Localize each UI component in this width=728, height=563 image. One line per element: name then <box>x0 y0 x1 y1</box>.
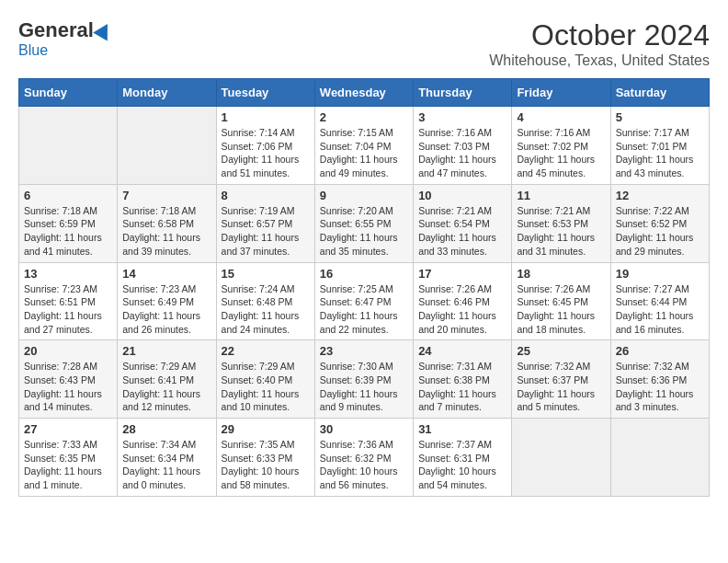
calendar-cell <box>610 419 709 497</box>
page-subtitle: Whitehouse, Texas, United States <box>489 52 710 69</box>
calendar-cell: 3Sunrise: 7:16 AMSunset: 7:03 PMDaylight… <box>414 107 512 185</box>
calendar-cell: 4Sunrise: 7:16 AMSunset: 7:02 PMDaylight… <box>512 107 610 185</box>
day-info: Sunrise: 7:19 AMSunset: 6:57 PMDaylight:… <box>222 204 310 259</box>
calendar-cell: 18Sunrise: 7:26 AMSunset: 6:45 PMDayligh… <box>512 262 610 340</box>
day-info: Sunrise: 7:23 AMSunset: 6:51 PMDaylight:… <box>24 282 112 337</box>
day-info: Sunrise: 7:34 AMSunset: 6:34 PMDaylight:… <box>122 438 210 492</box>
day-info: Sunrise: 7:16 AMSunset: 7:03 PMDaylight:… <box>418 126 506 180</box>
day-number: 29 <box>222 422 310 436</box>
week-row-3: 13Sunrise: 7:23 AMSunset: 6:51 PMDayligh… <box>19 262 710 340</box>
day-info: Sunrise: 7:30 AMSunset: 6:39 PMDaylight:… <box>320 360 408 414</box>
weekday-header-monday: Monday <box>118 79 216 107</box>
day-number: 31 <box>418 422 506 436</box>
calendar-cell: 7Sunrise: 7:18 AMSunset: 6:58 PMDaylight… <box>118 184 216 262</box>
calendar-cell: 20Sunrise: 7:28 AMSunset: 6:43 PMDayligh… <box>19 340 118 419</box>
calendar-cell: 2Sunrise: 7:15 AMSunset: 7:04 PMDaylight… <box>314 107 413 185</box>
day-number: 27 <box>24 422 112 436</box>
day-number: 18 <box>517 267 605 281</box>
weekday-header-tuesday: Tuesday <box>216 79 314 107</box>
day-number: 9 <box>320 189 408 202</box>
day-info: Sunrise: 7:23 AMSunset: 6:49 PMDaylight:… <box>122 282 210 337</box>
calendar-cell: 16Sunrise: 7:25 AMSunset: 6:47 PMDayligh… <box>314 262 413 340</box>
day-number: 25 <box>517 344 605 358</box>
calendar-cell: 27Sunrise: 7:33 AMSunset: 6:35 PMDayligh… <box>19 419 118 497</box>
day-info: Sunrise: 7:18 AMSunset: 6:58 PMDaylight:… <box>122 204 210 259</box>
day-info: Sunrise: 7:25 AMSunset: 6:47 PMDaylight:… <box>320 282 408 337</box>
title-block: October 2024 Whitehouse, Texas, United S… <box>489 18 710 69</box>
day-number: 15 <box>222 267 310 281</box>
calendar-cell: 5Sunrise: 7:17 AMSunset: 7:01 PMDaylight… <box>610 107 709 185</box>
day-number: 14 <box>122 267 210 281</box>
week-row-5: 27Sunrise: 7:33 AMSunset: 6:35 PMDayligh… <box>19 419 710 497</box>
day-number: 6 <box>24 189 112 202</box>
calendar-cell: 12Sunrise: 7:22 AMSunset: 6:52 PMDayligh… <box>610 184 709 262</box>
calendar-cell: 28Sunrise: 7:34 AMSunset: 6:34 PMDayligh… <box>118 419 216 497</box>
calendar-cell: 23Sunrise: 7:30 AMSunset: 6:39 PMDayligh… <box>314 340 413 419</box>
day-number: 2 <box>320 110 408 124</box>
calendar-cell: 24Sunrise: 7:31 AMSunset: 6:38 PMDayligh… <box>414 340 512 419</box>
calendar-cell: 15Sunrise: 7:24 AMSunset: 6:48 PMDayligh… <box>216 262 314 340</box>
calendar-cell: 26Sunrise: 7:32 AMSunset: 6:36 PMDayligh… <box>610 340 709 419</box>
day-info: Sunrise: 7:29 AMSunset: 6:40 PMDaylight:… <box>222 360 310 414</box>
day-number: 20 <box>24 344 112 358</box>
calendar-cell: 8Sunrise: 7:19 AMSunset: 6:57 PMDaylight… <box>216 184 314 262</box>
day-number: 23 <box>320 344 408 358</box>
calendar-header: SundayMondayTuesdayWednesdayThursdayFrid… <box>19 79 710 107</box>
day-info: Sunrise: 7:36 AMSunset: 6:32 PMDaylight:… <box>320 438 408 492</box>
calendar-cell: 22Sunrise: 7:29 AMSunset: 6:40 PMDayligh… <box>216 340 314 419</box>
day-info: Sunrise: 7:14 AMSunset: 7:06 PMDaylight:… <box>222 126 310 180</box>
calendar-cell: 31Sunrise: 7:37 AMSunset: 6:31 PMDayligh… <box>414 419 512 497</box>
day-info: Sunrise: 7:32 AMSunset: 6:37 PMDaylight:… <box>517 360 605 414</box>
weekday-header-wednesday: Wednesday <box>314 79 413 107</box>
week-row-1: 1Sunrise: 7:14 AMSunset: 7:06 PMDaylight… <box>19 107 710 185</box>
weekday-row: SundayMondayTuesdayWednesdayThursdayFrid… <box>19 79 710 107</box>
calendar-cell: 30Sunrise: 7:36 AMSunset: 6:32 PMDayligh… <box>314 419 413 497</box>
day-number: 17 <box>418 267 506 281</box>
day-number: 7 <box>122 189 210 202</box>
day-info: Sunrise: 7:26 AMSunset: 6:45 PMDaylight:… <box>517 282 605 337</box>
calendar-cell: 29Sunrise: 7:35 AMSunset: 6:33 PMDayligh… <box>216 419 314 497</box>
calendar-cell: 14Sunrise: 7:23 AMSunset: 6:49 PMDayligh… <box>118 262 216 340</box>
day-number: 30 <box>320 422 408 436</box>
day-info: Sunrise: 7:26 AMSunset: 6:46 PMDaylight:… <box>418 282 506 337</box>
day-number: 16 <box>320 267 408 281</box>
calendar-cell: 13Sunrise: 7:23 AMSunset: 6:51 PMDayligh… <box>19 262 118 340</box>
day-info: Sunrise: 7:21 AMSunset: 6:53 PMDaylight:… <box>517 204 605 259</box>
day-number: 12 <box>616 189 704 202</box>
calendar-cell <box>19 107 118 185</box>
day-number: 26 <box>616 344 704 358</box>
day-number: 22 <box>222 344 310 358</box>
calendar-cell: 11Sunrise: 7:21 AMSunset: 6:53 PMDayligh… <box>512 184 610 262</box>
day-number: 11 <box>517 189 605 202</box>
day-number: 21 <box>122 344 210 358</box>
day-info: Sunrise: 7:16 AMSunset: 7:02 PMDaylight:… <box>517 126 605 180</box>
calendar-cell <box>118 107 216 185</box>
calendar-cell: 1Sunrise: 7:14 AMSunset: 7:06 PMDaylight… <box>216 107 314 185</box>
logo-general-text: General <box>18 18 94 42</box>
day-number: 3 <box>418 110 506 124</box>
day-number: 19 <box>616 267 704 281</box>
calendar-body: 1Sunrise: 7:14 AMSunset: 7:06 PMDaylight… <box>19 107 710 497</box>
day-number: 4 <box>517 110 605 124</box>
calendar-cell: 6Sunrise: 7:18 AMSunset: 6:59 PMDaylight… <box>19 184 118 262</box>
day-number: 13 <box>24 267 112 281</box>
calendar-cell: 19Sunrise: 7:27 AMSunset: 6:44 PMDayligh… <box>610 262 709 340</box>
day-number: 28 <box>122 422 210 436</box>
week-row-4: 20Sunrise: 7:28 AMSunset: 6:43 PMDayligh… <box>19 340 710 419</box>
day-info: Sunrise: 7:15 AMSunset: 7:04 PMDaylight:… <box>320 126 408 180</box>
day-info: Sunrise: 7:31 AMSunset: 6:38 PMDaylight:… <box>418 360 506 414</box>
day-info: Sunrise: 7:29 AMSunset: 6:41 PMDaylight:… <box>122 360 210 414</box>
page: General Blue October 2024 Whitehouse, Te… <box>0 0 728 506</box>
day-number: 8 <box>222 189 310 202</box>
logo: General Blue <box>18 18 112 59</box>
day-info: Sunrise: 7:32 AMSunset: 6:36 PMDaylight:… <box>616 360 704 414</box>
day-number: 24 <box>418 344 506 358</box>
day-number: 5 <box>616 110 704 124</box>
logo-triangle-icon <box>93 20 115 41</box>
day-info: Sunrise: 7:37 AMSunset: 6:31 PMDaylight:… <box>418 438 506 492</box>
page-title: October 2024 <box>489 18 710 52</box>
week-row-2: 6Sunrise: 7:18 AMSunset: 6:59 PMDaylight… <box>19 184 710 262</box>
day-info: Sunrise: 7:21 AMSunset: 6:54 PMDaylight:… <box>418 204 506 259</box>
weekday-header-thursday: Thursday <box>414 79 512 107</box>
day-info: Sunrise: 7:17 AMSunset: 7:01 PMDaylight:… <box>616 126 704 180</box>
